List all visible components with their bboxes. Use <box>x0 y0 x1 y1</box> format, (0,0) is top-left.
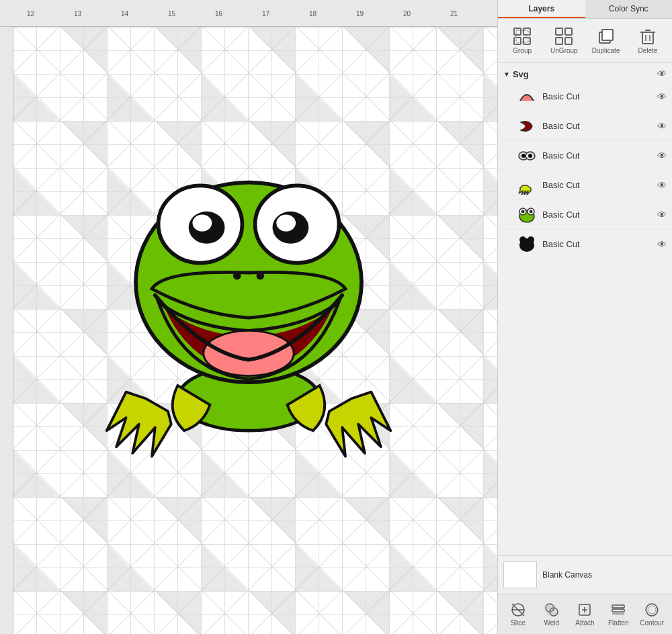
svg-rect-13 <box>514 28 521 35</box>
bottom-toolbar: Slice Weld Attach Flatten <box>498 594 672 634</box>
layer-name-6: Basic Cut <box>542 239 657 249</box>
svg-rect-25 <box>642 32 653 44</box>
blank-canvas-thumb <box>503 561 537 588</box>
ruler-num-14: 14 <box>121 10 128 17</box>
svg-point-42 <box>528 236 534 243</box>
blank-canvas-section[interactable]: Blank Canvas <box>498 555 672 594</box>
group-button[interactable]: Group <box>505 27 539 54</box>
svg-point-11 <box>233 272 241 280</box>
svg-marker-1 <box>326 392 390 457</box>
weld-label: Weld <box>544 619 559 627</box>
head-layer <box>136 183 362 383</box>
layer-item-4[interactable]: Basic Cut 👁 <box>498 171 672 200</box>
ruler-num-21: 21 <box>450 10 458 17</box>
ruler-num-12: 12 <box>27 10 34 17</box>
layer-thumb-1 <box>517 87 537 107</box>
ruler-num-20: 20 <box>403 10 411 17</box>
kermit-illustration <box>54 60 444 517</box>
ruler-num-16: 16 <box>215 10 222 17</box>
svg-point-39 <box>530 210 533 213</box>
layer-name-5: Basic Cut <box>542 210 657 220</box>
duplicate-button[interactable]: Duplicate <box>589 27 623 54</box>
layer-eye-icon-3[interactable]: 👁 <box>657 150 667 161</box>
svg-rect-14 <box>523 28 530 35</box>
group-label: Group <box>513 47 532 54</box>
ruler-num-15: 15 <box>168 10 175 17</box>
layer-eye-icon-2[interactable]: 👁 <box>657 121 667 132</box>
ruler-num-13: 13 <box>74 10 81 17</box>
layer-thumb-3 <box>517 146 537 166</box>
ruler-top: 12 13 14 15 16 17 18 19 20 21 <box>0 0 497 27</box>
layers-section[interactable]: ▼ Svg 👁 Basic Cut 👁 Basic Cut 👁 <box>498 62 672 555</box>
layer-name-2: Basic Cut <box>542 121 657 131</box>
svg-rect-15 <box>514 38 521 44</box>
delete-label: Delete <box>638 47 657 54</box>
ruler-num-17: 17 <box>262 10 269 17</box>
contour-button[interactable]: Contour <box>638 602 665 627</box>
svg-rect-20 <box>556 38 562 44</box>
layer-name-1: Basic Cut <box>542 91 657 101</box>
svg-point-32 <box>521 154 526 158</box>
right-panel: Layers Color Sync Group UnGroup <box>497 0 672 634</box>
svg-marker-34 <box>519 185 531 195</box>
svg-rect-51 <box>612 605 624 608</box>
ruler-num-19: 19 <box>356 10 364 17</box>
canvas-area[interactable]: 12 13 14 15 16 17 18 19 20 21 <box>0 0 497 634</box>
tab-color-sync[interactable]: Color Sync <box>585 0 673 18</box>
layer-item-3[interactable]: Basic Cut 👁 <box>498 141 672 171</box>
ungroup-label: UnGroup <box>550 47 578 54</box>
svg-point-38 <box>521 210 525 213</box>
layer-name-4: Basic Cut <box>542 180 657 190</box>
panel-tabs: Layers Color Sync <box>498 0 672 19</box>
layer-eye-icon-1[interactable]: 👁 <box>657 91 667 102</box>
ruler-left <box>0 27 13 634</box>
layer-item-1[interactable]: Basic Cut 👁 <box>498 82 672 111</box>
svg-point-41 <box>519 236 526 243</box>
svg-rect-17 <box>516 30 528 42</box>
svg-rect-52 <box>612 609 624 612</box>
svg-group-eye-icon[interactable]: 👁 <box>657 69 667 79</box>
svg-rect-21 <box>565 38 572 44</box>
attach-label: Attach <box>575 619 594 627</box>
svg-point-4 <box>204 330 294 375</box>
ungroup-button[interactable]: UnGroup <box>547 27 581 54</box>
ruler-num-18: 18 <box>309 10 317 17</box>
tab-layers[interactable]: Layers <box>498 0 585 18</box>
layer-eye-icon-6[interactable]: 👁 <box>657 239 667 250</box>
svg-rect-16 <box>523 38 530 44</box>
layer-name-3: Basic Cut <box>542 150 657 161</box>
slice-button[interactable]: Slice <box>505 602 532 627</box>
svg-marker-0 <box>107 392 171 457</box>
contour-label: Contour <box>640 619 664 627</box>
svg-point-10 <box>276 215 296 232</box>
svg-point-9 <box>192 215 212 232</box>
duplicate-label: Duplicate <box>592 47 620 54</box>
layer-thumb-5 <box>517 205 537 225</box>
delete-button[interactable]: Delete <box>631 27 665 54</box>
layer-eye-icon-4[interactable]: 👁 <box>657 180 667 191</box>
flatten-label: Flatten <box>608 619 629 627</box>
group-arrow-icon: ▼ <box>503 71 510 78</box>
svg-rect-23 <box>602 30 613 40</box>
layer-thumb-2 <box>517 116 537 136</box>
canvas-grid[interactable] <box>13 27 497 634</box>
svg-rect-53 <box>612 613 624 615</box>
weld-button[interactable]: Weld <box>538 602 565 627</box>
svg-point-12 <box>257 272 265 280</box>
layer-item-5[interactable]: Basic Cut 👁 <box>498 200 672 230</box>
panel-toolbar: Group UnGroup Duplicate <box>498 19 672 62</box>
layer-thumb-6 <box>517 234 537 255</box>
svg-point-33 <box>528 154 532 158</box>
slice-label: Slice <box>511 619 526 627</box>
blank-canvas-label: Blank Canvas <box>542 570 592 580</box>
flatten-button[interactable]: Flatten <box>605 602 632 627</box>
svg-group-name: Svg <box>513 69 657 79</box>
ruler-numbers: 12 13 14 15 16 17 18 19 20 21 <box>13 0 497 27</box>
layer-item-6[interactable]: Basic Cut 👁 <box>498 230 672 259</box>
svg-group-header[interactable]: ▼ Svg 👁 <box>498 66 672 82</box>
layer-thumb-4 <box>517 175 537 195</box>
svg-rect-19 <box>565 28 572 35</box>
attach-button[interactable]: Attach <box>571 602 598 627</box>
layer-item-2[interactable]: Basic Cut 👁 <box>498 111 672 141</box>
layer-eye-icon-5[interactable]: 👁 <box>657 210 667 220</box>
